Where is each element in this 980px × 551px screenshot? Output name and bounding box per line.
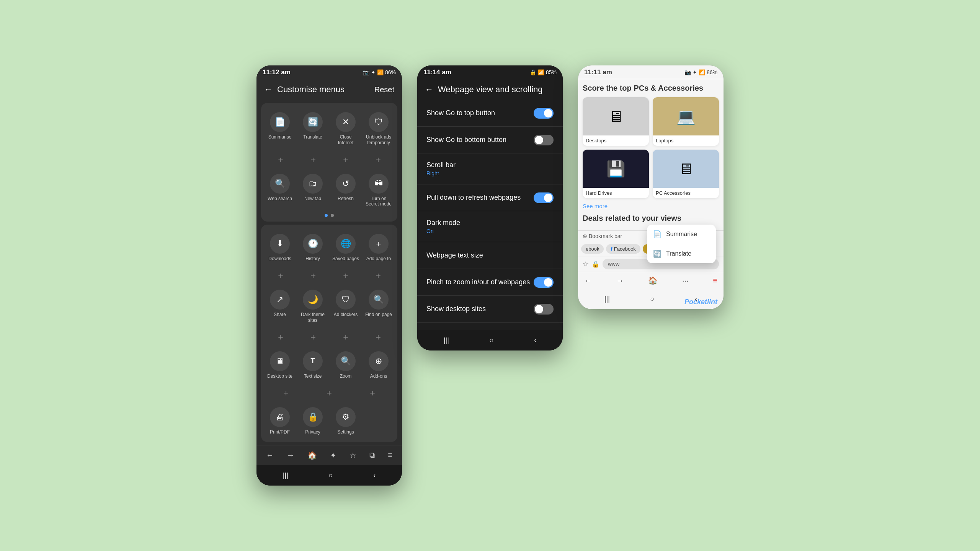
summarise-label: Summarise (268, 134, 292, 140)
settings-item-pinch-zoom[interactable]: Pinch to zoom in/out of webpages (417, 269, 563, 296)
settings-item-dark-mode[interactable]: Dark mode On (417, 211, 563, 242)
screenshots-container: 11:12 am 📷 ✦ 📶 86% ← Customise menus Res… (226, 42, 754, 509)
settings-item-dark-mode-left: Dark mode On (426, 219, 554, 234)
add-ph-13[interactable]: ＋ (279, 384, 293, 402)
watermark-text: Pocket (684, 298, 707, 306)
toggle-pinch-zoom[interactable] (534, 277, 554, 288)
menu-item-new-tab[interactable]: 🗂 New tab (297, 170, 328, 211)
menu-item-settings[interactable]: ⚙ Settings (330, 403, 361, 439)
menu-item-print[interactable]: 🖨 Print/PDF (264, 403, 296, 439)
phone3-nav-back[interactable]: ← (584, 276, 592, 285)
product-card-hard-drives[interactable]: 💾 Hard Drives (583, 150, 649, 198)
settings-item-pull-refresh-left: Pull down to refresh webpages (426, 194, 534, 202)
add-ph-9[interactable]: ＋ (273, 328, 288, 346)
context-menu-summarise[interactable]: 📄 Summarise (647, 225, 716, 244)
web-search-icon: 🔍 (270, 174, 290, 194)
toggle-desktop-sites[interactable] (534, 304, 554, 315)
menu-item-zoom[interactable]: 🔍 Zoom (330, 347, 361, 383)
menu-item-find-on-page[interactable]: 🔍 Find on page (363, 286, 394, 327)
menu-item-share[interactable]: ↗ Share (264, 286, 296, 327)
menu-item-downloads[interactable]: ⬇ Downloads (264, 230, 296, 265)
toggle-pull-refresh[interactable] (534, 192, 554, 203)
nav-bookmark-icon[interactable]: ☆ (346, 449, 359, 461)
menu-item-web-search[interactable]: 🔍 Web search (264, 170, 296, 211)
settings-item-go-bottom[interactable]: Show Go to bottom button (417, 127, 563, 153)
menu-item-text-size[interactable]: T Text size (297, 347, 328, 383)
phone1-status-icons: 📷 ✦ 📶 86% (363, 69, 396, 75)
customise-back-button[interactable]: ← (264, 85, 273, 95)
toggle-go-bottom[interactable] (534, 135, 554, 145)
nav-menu-icon[interactable]: ≡ (385, 449, 395, 461)
add-ph-8[interactable]: ＋ (371, 267, 385, 284)
phone3-nav-more[interactable]: ··· (682, 276, 689, 285)
menu-item-add-ons[interactable]: ⊕ Add-ons (363, 347, 394, 383)
menu-item-desktop-site[interactable]: 🖥 Desktop site (264, 347, 296, 383)
add-placeholder-4[interactable]: ＋ (371, 151, 385, 168)
android-home-2[interactable]: ○ (490, 336, 494, 344)
nav-sparkle-icon[interactable]: ✦ (327, 449, 340, 461)
add-ph-6[interactable]: ＋ (306, 267, 320, 284)
customise-reset-button[interactable]: Reset (374, 85, 394, 94)
pc-accessories-label: PC Accessories (653, 188, 719, 198)
add-ph-14[interactable]: ＋ (322, 384, 336, 402)
nav-back-icon[interactable]: ← (263, 449, 277, 461)
context-menu-translate[interactable]: 🔄 Translate (647, 244, 716, 263)
phone3-nav-menu[interactable]: ≡ (713, 276, 717, 285)
add-placeholder-2[interactable]: ＋ (306, 151, 320, 168)
add-ph-10[interactable]: ＋ (306, 328, 320, 346)
bookmark-bar-label: ⊕ (583, 233, 587, 239)
android-back-1[interactable]: ‹ (373, 471, 376, 479)
menu-item-secret-mode[interactable]: 🕶 Turn on Secret mode (363, 170, 394, 211)
android-home-3[interactable]: ○ (650, 295, 655, 303)
settings-item-pull-refresh[interactable]: Pull down to refresh webpages (417, 184, 563, 211)
see-more-link[interactable]: See more (583, 203, 719, 209)
product-card-laptops[interactable]: 💻 Laptops (653, 97, 719, 146)
add-placeholder-3[interactable]: ＋ (338, 151, 353, 168)
add-ph-7[interactable]: ＋ (338, 267, 353, 284)
menu-item-privacy[interactable]: 🔒 Privacy (297, 403, 328, 439)
menu-item-summarise[interactable]: 📄 Summarise (264, 108, 296, 149)
menu-item-refresh[interactable]: ↺ Refresh (330, 170, 361, 211)
android-recents-1[interactable]: ||| (283, 471, 288, 479)
product-card-pc-accessories[interactable]: 🖥 PC Accessories (653, 150, 719, 198)
menu-item-history[interactable]: 🕐 History (297, 230, 328, 265)
android-recents-2[interactable]: ||| (444, 336, 449, 344)
product-card-desktops[interactable]: 🖥 Desktops (583, 97, 649, 146)
nav-forward-icon[interactable]: → (284, 449, 297, 461)
phone3-nav-forward[interactable]: → (616, 276, 624, 285)
saved-pages-label: Saved pages (332, 256, 359, 261)
menu-item-unblock-ads[interactable]: 🛡 Unblock ads temporarily (363, 108, 394, 149)
phone2-header: ← Webpage view and scrolling (417, 79, 563, 100)
add-ph-15[interactable]: ＋ (365, 384, 380, 402)
context-summarise-label: Summarise (666, 231, 697, 238)
refresh-label: Refresh (338, 196, 354, 201)
address-bar-url: www (608, 261, 619, 267)
tab-chip-ebook[interactable]: ebook (581, 244, 604, 254)
android-back-2[interactable]: ‹ (534, 336, 536, 344)
phone3-status-bar: 11:11 am 📷 ✦ 📶 86% (578, 65, 724, 79)
add-ph-12[interactable]: ＋ (371, 328, 385, 346)
menu-item-dark-theme[interactable]: 🌙 Dark theme sites (297, 286, 328, 327)
nav-tabs-icon[interactable]: ⧉ (366, 449, 378, 461)
add-placeholder-1[interactable]: ＋ (273, 151, 288, 168)
menu-item-add-page[interactable]: ＋ Add page to (363, 230, 394, 265)
menu-item-ad-blockers[interactable]: 🛡 Ad blockers (330, 286, 361, 327)
toggle-go-top[interactable] (534, 108, 554, 119)
phone3-nav-home[interactable]: 🏠 (648, 276, 658, 285)
unblock-ads-icon: 🛡 (369, 112, 389, 132)
add-ph-5[interactable]: ＋ (273, 267, 288, 284)
nav-home-icon[interactable]: 🏠 (304, 449, 320, 461)
android-recents-3[interactable]: ||| (604, 295, 610, 303)
add-ph-11[interactable]: ＋ (338, 328, 353, 346)
menu-item-translate[interactable]: 🔄 Translate (297, 108, 328, 149)
tab-chip-facebook[interactable]: f Facebook (606, 244, 640, 254)
settings-item-text-size[interactable]: Webpage text size (417, 242, 563, 269)
menu-item-close-internet[interactable]: ✕ Close Internet (330, 108, 361, 149)
settings-item-desktop-sites[interactable]: Show desktop sites (417, 296, 563, 323)
phone2-back-button[interactable]: ← (425, 85, 433, 95)
settings-item-scrollbar[interactable]: Scroll bar Right (417, 153, 563, 184)
address-star-icon[interactable]: ☆ (583, 260, 589, 268)
menu-item-saved-pages[interactable]: 🌐 Saved pages (330, 230, 361, 265)
settings-item-go-top[interactable]: Show Go to top button (417, 100, 563, 127)
android-home-1[interactable]: ○ (329, 471, 333, 479)
